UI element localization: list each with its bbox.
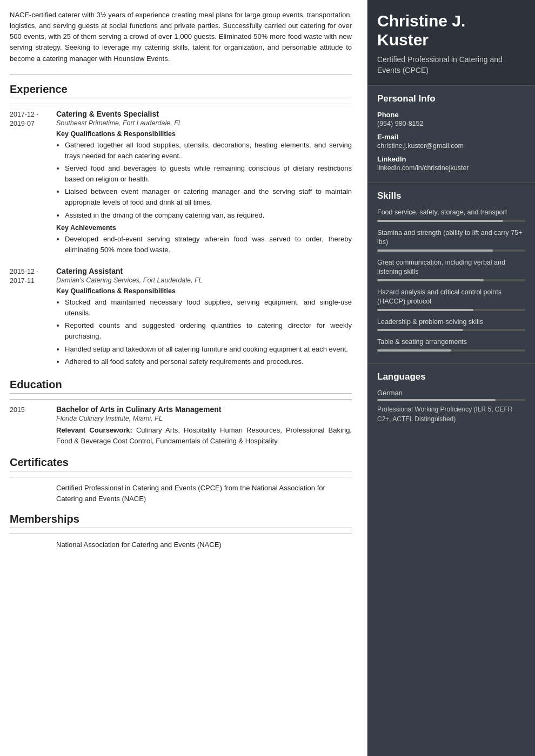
certificates-section: Certificates Certified Professional in C…: [10, 456, 352, 504]
language-bar-bg-1: [377, 399, 525, 401]
phone-block: Phone (954) 980-8152: [377, 111, 525, 127]
list-item: Assisted in the driving of the company c…: [65, 210, 352, 221]
language-desc-1: Professional Working Proficiency (ILR 5,…: [377, 404, 525, 424]
skill-item-5: Table & seating arrangements: [377, 338, 525, 352]
skill-bar-fill-1: [377, 249, 493, 252]
phone-value: (954) 980-8152: [377, 120, 525, 127]
summary-text: NACE-certified caterer with 3½ years of …: [10, 10, 352, 64]
personal-info-title: Personal Info: [377, 93, 525, 104]
list-item: Stocked and maintained necessary food su…: [65, 297, 352, 319]
skill-bar-fill-4: [377, 329, 463, 331]
skill-name-5: Table & seating arrangements: [377, 338, 525, 347]
memberships-title: Memberships: [10, 513, 352, 528]
experience-date-1: 2017-12 - 2019-07: [10, 110, 49, 257]
skill-item-4: Leadership & problem-solving skills: [377, 318, 525, 332]
linkedin-block: LinkedIn linkedin.com/in/christinejkuste…: [377, 155, 525, 172]
personal-info-section: Personal Info Phone (954) 980-8152 E-mai…: [367, 85, 535, 183]
experience-content-2: Catering Assistant Damian's Catering Ser…: [56, 267, 352, 369]
skill-name-2: Great communication, including verbal an…: [377, 258, 525, 277]
languages-section: Languages German Professional Working Pr…: [367, 363, 535, 436]
list-item: Developed end-of-event serving strategy …: [65, 234, 352, 255]
experience-title: Experience: [10, 83, 352, 98]
skill-bar-bg-2: [377, 279, 525, 281]
certificates-title: Certificates: [10, 456, 352, 471]
list-item: Gathered together all food supplies, ute…: [65, 140, 352, 161]
skill-bar-fill-0: [377, 220, 503, 222]
skill-bar-bg-3: [377, 309, 525, 311]
skill-bar-bg-1: [377, 249, 525, 252]
qualifications-list-1: Gathered together all food supplies, ute…: [56, 140, 352, 221]
experience-date-2: 2015-12 - 2017-11: [10, 267, 49, 369]
skill-bar-fill-3: [377, 309, 473, 311]
skill-item-0: Food service, safety, storage, and trans…: [377, 208, 525, 222]
skill-name-1: Stamina and strength (ability to lift an…: [377, 228, 525, 247]
experience-content-1: Catering & Events Specialist Southeast P…: [56, 110, 352, 257]
list-item: Handled setup and takedown of all cateri…: [65, 344, 352, 355]
qual-label-1: Key Qualifications & Responsibilities: [56, 130, 352, 138]
education-date-1: 2015: [10, 405, 49, 447]
experience-section: Experience 2017-12 - 2019-07 Catering & …: [10, 83, 352, 369]
list-item: Served food and beverages to guests whil…: [65, 163, 352, 185]
skill-bar-bg-0: [377, 220, 525, 222]
skill-bar-fill-5: [377, 349, 451, 352]
language-bar-fill-1: [377, 399, 496, 401]
company-name-1: Southeast Primetime, Fort Lauderdale, FL: [56, 119, 352, 127]
right-header: Christine J. Kuster Certified Profession…: [367, 0, 535, 85]
skill-item-2: Great communication, including verbal an…: [377, 258, 525, 281]
list-item: Adhered to all food safety and personal …: [65, 356, 352, 367]
skills-title: Skills: [377, 191, 525, 201]
certificates-text: Certified Professional in Catering and E…: [56, 483, 352, 504]
skill-item-3: Hazard analysis and critical control poi…: [377, 288, 525, 311]
right-column: Christine J. Kuster Certified Profession…: [367, 0, 535, 756]
school-name-1: Florida Culinary Institute, Miami, FL: [56, 415, 352, 422]
list-item: Reported counts and suggested ordering q…: [65, 320, 352, 342]
job-title-1: Catering & Events Specialist: [56, 110, 352, 118]
skill-item-1: Stamina and strength (ability to lift an…: [377, 228, 525, 252]
skills-section: Skills Food service, safety, storage, an…: [367, 183, 535, 363]
coursework-text-1: Relevant Coursework: Culinary Arts, Hosp…: [56, 425, 352, 447]
memberships-text: National Association for Catering and Ev…: [56, 539, 352, 550]
email-value: christine.j.kuster@gmail.com: [377, 142, 525, 150]
qual-label-2: Key Qualifications & Responsibilities: [56, 287, 352, 295]
skill-bar-fill-2: [377, 279, 484, 281]
email-label: E-mail: [377, 133, 525, 141]
education-entry-1: 2015 Bachelor of Arts in Culinary Arts M…: [10, 405, 352, 447]
language-name-1: German: [377, 389, 525, 397]
skill-name-0: Food service, safety, storage, and trans…: [377, 208, 525, 218]
education-title: Education: [10, 379, 352, 394]
skill-bar-bg-4: [377, 329, 525, 331]
phone-label: Phone: [377, 111, 525, 119]
education-section: Education 2015 Bachelor of Arts in Culin…: [10, 379, 352, 447]
memberships-section: Memberships National Association for Cat…: [10, 513, 352, 550]
skill-bar-bg-5: [377, 349, 525, 352]
languages-title: Languages: [377, 372, 525, 382]
skill-name-3: Hazard analysis and critical control poi…: [377, 288, 525, 307]
skill-name-4: Leadership & problem-solving skills: [377, 318, 525, 327]
job-title-2: Catering Assistant: [56, 267, 352, 275]
company-name-2: Damian's Catering Services, Fort Lauderd…: [56, 276, 352, 284]
qualifications-list-2: Stocked and maintained necessary food su…: [56, 297, 352, 367]
person-name: Christine J. Kuster: [377, 12, 525, 49]
experience-entry-2: 2015-12 - 2017-11 Catering Assistant Dam…: [10, 267, 352, 369]
achievements-label-1: Key Achievements: [56, 224, 352, 232]
email-block: E-mail christine.j.kuster@gmail.com: [377, 133, 525, 150]
language-item-1: German Professional Working Proficiency …: [377, 389, 525, 424]
coursework-label-1: Relevant Coursework:: [56, 426, 132, 434]
education-content-1: Bachelor of Arts in Culinary Arts Manage…: [56, 405, 352, 447]
linkedin-label: LinkedIn: [377, 155, 525, 163]
linkedin-value: linkedin.com/in/christinejkuster: [377, 164, 525, 172]
summary-section: NACE-certified caterer with 3½ years of …: [10, 10, 352, 75]
experience-entry-1: 2017-12 - 2019-07 Catering & Events Spec…: [10, 110, 352, 257]
person-credential-title: Certified Professional in Catering and E…: [377, 55, 525, 76]
achievements-list-1: Developed end-of-event serving strategy …: [56, 234, 352, 255]
list-item: Liaised between event manager or caterin…: [65, 186, 352, 208]
left-column: NACE-certified caterer with 3½ years of …: [0, 0, 367, 756]
degree-title-1: Bachelor of Arts in Culinary Arts Manage…: [56, 405, 352, 414]
